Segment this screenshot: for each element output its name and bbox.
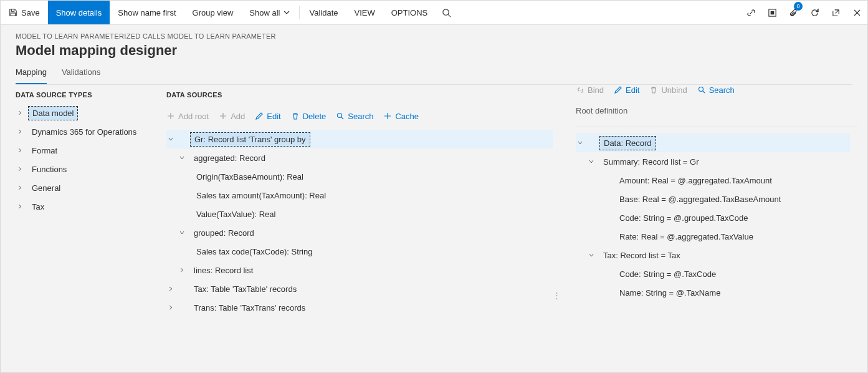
model-row-base[interactable]: Base: Real = @.aggregated.TaxBaseAmount: [576, 190, 857, 208]
caret-down-icon[interactable]: [576, 138, 584, 147]
model-row-amount[interactable]: Amount: Real = @.aggregated.TaxAmount: [576, 171, 857, 190]
validate-button[interactable]: Validate: [301, 1, 346, 24]
delete-button[interactable]: Delete: [291, 112, 327, 121]
types-label: Format: [28, 144, 61, 157]
model-label: Code: String = @.TaxCode: [616, 268, 720, 281]
edit-button[interactable]: Edit: [255, 112, 280, 121]
sources-label: Sales tax code(TaxCode): String: [193, 245, 316, 258]
link-button[interactable]: [740, 1, 761, 24]
toolbar-search-button[interactable]: [436, 1, 457, 24]
show-all-button[interactable]: Show all: [241, 1, 298, 24]
bind-button[interactable]: Bind: [576, 85, 604, 95]
model-row-rate[interactable]: Rate: Real = @.aggregated.TaxValue: [576, 227, 857, 246]
sources-row-gr[interactable]: Gr: Record list 'Trans' group by: [166, 130, 553, 148]
caret-right-icon[interactable]: [16, 183, 24, 192]
tab-validations[interactable]: Validations: [62, 67, 101, 84]
caret-down-icon[interactable]: [166, 135, 175, 143]
search-button[interactable]: Search: [336, 112, 373, 121]
caret-right-icon[interactable]: [178, 266, 186, 274]
options-label: OPTIONS: [391, 8, 428, 17]
search-icon: [336, 112, 345, 120]
attachments-count: 0: [794, 2, 803, 11]
save-icon: [9, 8, 17, 17]
model-row-code[interactable]: Code: String = @.grouped.TaxCode: [576, 208, 857, 227]
attachments-button[interactable]: 0: [783, 1, 804, 24]
model-label: Rate: Real = @.aggregated.TaxValue: [616, 230, 757, 243]
model-search-button[interactable]: Search: [697, 85, 735, 95]
search-label: Search: [348, 112, 373, 121]
group-view-button[interactable]: Group view: [184, 1, 242, 24]
model-row-tax[interactable]: Tax: Record list = Tax: [576, 246, 857, 264]
sources-row-origin[interactable]: Origin(TaxBaseAmount): Real: [166, 167, 561, 186]
office-icon: [768, 8, 777, 17]
sources-row-sales-tax-amount[interactable]: Sales tax amount(TaxAmount): Real: [166, 186, 561, 205]
svg-line-5: [341, 117, 343, 119]
caret-right-icon[interactable]: [16, 165, 24, 173]
sources-row-value[interactable]: Value(TaxValue): Real: [166, 205, 561, 223]
caret-right-icon[interactable]: [16, 202, 24, 211]
sources-label: Tax: Table 'TaxTable' records: [190, 283, 300, 296]
types-label: Data model: [28, 106, 78, 120]
panel-grip[interactable]: ⋮: [553, 291, 562, 300]
tab-mapping[interactable]: Mapping: [16, 67, 47, 84]
group-view-label: Group view: [193, 8, 234, 17]
sources-row-sales-tax-code[interactable]: Sales tax code(TaxCode): String: [166, 242, 561, 261]
show-all-label: Show all: [249, 8, 280, 17]
sources-row-trans[interactable]: Trans: Table 'TaxTrans' records: [166, 298, 561, 317]
model-row-tax-name[interactable]: Name: String = @.TaxName: [576, 283, 857, 302]
close-button[interactable]: [846, 1, 867, 24]
popout-icon: [831, 8, 841, 17]
unbind-button[interactable]: Unbind: [649, 85, 687, 95]
sources-label: Trans: Table 'TaxTrans' records: [190, 301, 309, 314]
caret-right-icon[interactable]: [16, 109, 24, 117]
tabs: Mapping Validations: [16, 67, 852, 85]
types-label: Tax: [28, 200, 48, 213]
sources-row-tax[interactable]: Tax: Table 'TaxTable' records: [166, 279, 561, 298]
sources-label: aggregated: Record: [190, 152, 269, 165]
caret-right-icon[interactable]: [16, 127, 24, 136]
caret-down-icon[interactable]: [587, 251, 596, 259]
add-button[interactable]: Add: [219, 112, 245, 121]
model-row-data[interactable]: Data: Record: [576, 133, 850, 152]
types-label: Functions: [28, 163, 70, 176]
data-source-types-header: Data source types: [16, 91, 153, 99]
show-details-button[interactable]: Show details: [48, 1, 110, 24]
office-button[interactable]: [761, 1, 783, 24]
caret-down-icon[interactable]: [178, 228, 186, 237]
pencil-icon: [255, 112, 264, 120]
show-name-first-label: Show name first: [118, 8, 176, 17]
model-label: Tax: Record list = Tax: [599, 249, 684, 262]
caret-down-icon[interactable]: [587, 157, 596, 166]
svg-line-1: [448, 14, 451, 17]
refresh-button[interactable]: [804, 1, 825, 24]
view-button[interactable]: VIEW: [346, 1, 383, 24]
model-edit-button[interactable]: Edit: [614, 85, 639, 95]
add-root-button[interactable]: Add root: [166, 112, 209, 121]
sources-row-lines[interactable]: lines: Record list: [166, 261, 561, 279]
data-model-panel: Data model Bind Edit Unbind Search: [566, 85, 867, 372]
types-row-data-model[interactable]: Data model: [16, 104, 153, 122]
types-row-tax[interactable]: Tax: [16, 197, 153, 216]
caret-right-icon[interactable]: [166, 284, 175, 293]
types-row-d365[interactable]: Dynamics 365 for Operations: [16, 122, 153, 141]
edit-label: Edit: [267, 112, 280, 121]
divider: [576, 127, 857, 127]
types-row-functions[interactable]: Functions: [16, 160, 153, 178]
caret-right-icon[interactable]: [166, 303, 175, 312]
sources-label: grouped: Record: [190, 226, 258, 240]
search-icon: [442, 8, 451, 17]
sources-row-grouped[interactable]: grouped: Record: [166, 223, 561, 242]
sources-row-aggregated[interactable]: aggregated: Record: [166, 148, 561, 167]
top-toolbar: Save Show details Show name first Group …: [1, 1, 867, 25]
model-row-tax-code[interactable]: Code: String = @.TaxCode: [576, 264, 857, 283]
save-button[interactable]: Save: [1, 1, 48, 24]
popout-button[interactable]: [825, 1, 846, 24]
types-row-general[interactable]: General: [16, 178, 153, 197]
model-row-summary[interactable]: Summary: Record list = Gr: [576, 152, 857, 171]
show-name-first-button[interactable]: Show name first: [110, 1, 184, 24]
cache-button[interactable]: Cache: [383, 112, 419, 121]
caret-right-icon[interactable]: [16, 146, 24, 155]
options-button[interactable]: OPTIONS: [383, 1, 436, 24]
caret-down-icon[interactable]: [178, 153, 186, 162]
types-row-format[interactable]: Format: [16, 141, 153, 160]
